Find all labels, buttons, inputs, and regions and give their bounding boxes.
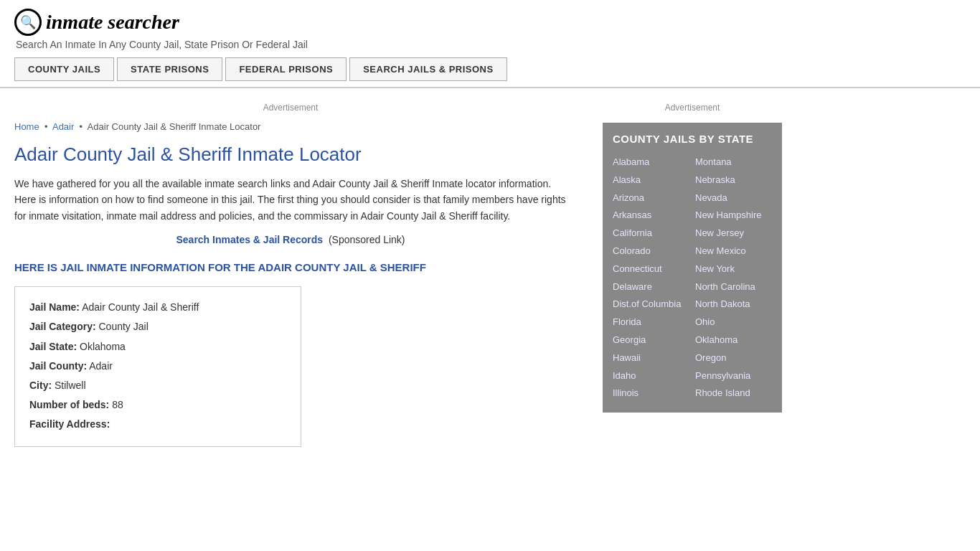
logo-icon: 🔍 [14, 9, 42, 36]
state-link[interactable]: North Carolina [695, 278, 772, 296]
state-link[interactable]: New York [695, 260, 772, 278]
state-link[interactable]: Alabama [613, 154, 689, 171]
jail-city-label: City: [29, 380, 52, 391]
state-col-right: MontanaNebraskaNevadaNew HampshireNew Je… [695, 154, 772, 402]
state-link[interactable]: Dist.of Columbia [613, 296, 689, 314]
state-link[interactable]: Delaware [613, 278, 689, 296]
state-link[interactable]: Nevada [695, 189, 772, 207]
nav-county-jails[interactable]: COUNTY JAILS [14, 57, 114, 81]
jail-beds-value: 88 [112, 399, 123, 410]
breadcrumb: Home • Adair • Adair County Jail & Sheri… [14, 121, 567, 132]
nav-bar: COUNTY JAILS STATE PRISONS FEDERAL PRISO… [14, 57, 966, 81]
nav-federal-prisons[interactable]: FEDERAL PRISONS [225, 57, 347, 81]
jail-name-value: Adair County Jail & Sheriff [82, 301, 199, 313]
state-link[interactable]: Oklahoma [695, 331, 772, 349]
section-heading: HERE IS JAIL INMATE INFORMATION FOR THE … [14, 260, 567, 275]
nav-state-prisons[interactable]: STATE PRISONS [117, 57, 222, 81]
state-link[interactable]: Hawaii [613, 349, 689, 367]
state-columns: AlabamaAlaskaArizonaArkansasCaliforniaCo… [613, 154, 772, 402]
jail-beds-label: Number of beds: [29, 399, 109, 410]
top-ad-banner: Advertisement [14, 95, 567, 113]
state-link[interactable]: Colorado [613, 242, 689, 260]
jail-name-row: Jail Name: Adair County Jail & Sheriff [29, 298, 286, 316]
state-link[interactable]: Alaska [613, 171, 689, 189]
sponsored-link-area: Search Inmates & Jail Records (Sponsored… [14, 234, 567, 245]
jail-address-label: Facility Address: [29, 418, 110, 430]
jail-beds-row: Number of beds: 88 [29, 396, 286, 414]
jail-city-value: Stilwell [55, 380, 86, 391]
state-box-title: COUNTY JAILS BY STATE [613, 133, 772, 145]
breadcrumb-home[interactable]: Home [14, 121, 39, 132]
breadcrumb-adair[interactable]: Adair [52, 121, 74, 132]
state-link[interactable]: New Mexico [695, 242, 772, 260]
state-link[interactable]: Georgia [613, 331, 689, 349]
tagline: Search An Inmate In Any County Jail, Sta… [16, 39, 966, 50]
state-link[interactable]: Ohio [695, 314, 772, 331]
state-link[interactable]: Arkansas [613, 207, 689, 225]
state-link[interactable]: Idaho [613, 367, 689, 385]
state-link[interactable]: North Dakota [695, 296, 772, 314]
jail-county-row: Jail County: Adair [29, 357, 286, 375]
jail-state-row: Jail State: Oklahoma [29, 338, 286, 356]
state-link[interactable]: California [613, 225, 689, 242]
jail-city-row: City: Stilwell [29, 377, 286, 395]
state-link[interactable]: Montana [695, 154, 772, 171]
state-link[interactable]: Illinois [613, 385, 689, 402]
state-box: COUNTY JAILS BY STATE AlabamaAlaskaArizo… [603, 123, 782, 413]
jail-category-row: Jail Category: County Jail [29, 318, 286, 336]
page-title: Adair County Jail & Sheriff Inmate Locat… [14, 143, 567, 166]
jail-state-value: Oklahoma [80, 341, 126, 352]
nav-search-jails[interactable]: SEARCH JAILS & PRISONS [349, 57, 507, 81]
jail-address-row: Facility Address: [29, 415, 286, 433]
description-text: We have gathered for you all the availab… [14, 176, 567, 224]
jail-category-value: County Jail [98, 321, 148, 332]
jail-county-value: Adair [89, 360, 113, 372]
jail-category-label: Jail Category: [29, 321, 96, 332]
state-link[interactable]: Oregon [695, 349, 772, 367]
state-col-left: AlabamaAlaskaArizonaArkansasCaliforniaCo… [613, 154, 689, 402]
jail-name-label: Jail Name: [29, 301, 80, 313]
state-link[interactable]: Rhode Island [695, 385, 772, 402]
state-link[interactable]: New Hampshire [695, 207, 772, 225]
state-link[interactable]: Arizona [613, 189, 689, 207]
jail-county-label: Jail County: [29, 360, 87, 372]
logo-text: inmate searcher [46, 11, 179, 34]
sponsored-link[interactable]: Search Inmates & Jail Records [176, 234, 323, 245]
state-link[interactable]: Nebraska [695, 171, 772, 189]
breadcrumb-current: Adair County Jail & Sheriff Inmate Locat… [88, 121, 261, 132]
sidebar-ad: Advertisement [603, 95, 782, 113]
sponsored-suffix: (Sponsored Link) [329, 234, 405, 245]
jail-state-label: Jail State: [29, 341, 77, 352]
state-link[interactable]: New Jersey [695, 225, 772, 242]
info-box: Jail Name: Adair County Jail & Sheriff J… [14, 286, 301, 447]
state-link[interactable]: Pennsylvania [695, 367, 772, 385]
state-link[interactable]: Connecticut [613, 260, 689, 278]
state-link[interactable]: Florida [613, 314, 689, 331]
